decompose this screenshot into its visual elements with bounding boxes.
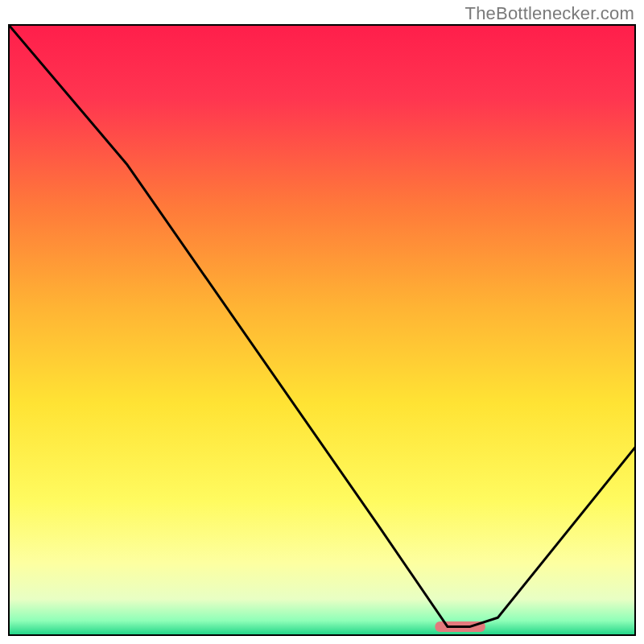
chart-svg (8, 24, 636, 636)
attribution-label: TheBottlenecker.com (465, 3, 634, 24)
bottleneck-chart (8, 24, 636, 636)
chart-background (8, 24, 636, 636)
